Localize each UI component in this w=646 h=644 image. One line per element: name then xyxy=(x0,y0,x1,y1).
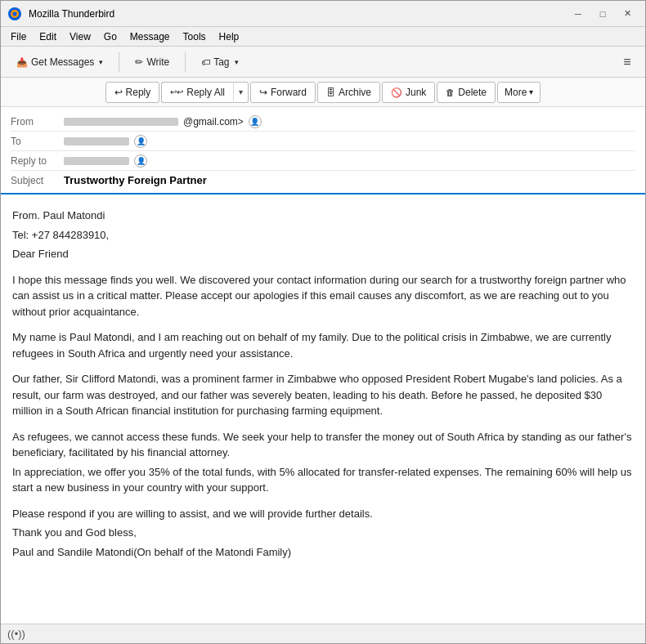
tag-icon xyxy=(201,56,210,68)
menu-tools[interactable]: Tools xyxy=(177,29,213,44)
body-para1: I hope this message finds you well. We d… xyxy=(12,272,634,320)
more-label: More xyxy=(505,87,527,98)
hamburger-button[interactable]: ≡ xyxy=(616,51,639,74)
menu-help[interactable]: Help xyxy=(213,29,246,44)
junk-button[interactable]: Junk xyxy=(382,82,435,103)
more-button[interactable]: More ▾ xyxy=(497,82,541,103)
from-value: @gmail.com> 👤 xyxy=(64,115,635,128)
get-messages-dropdown-icon: ▾ xyxy=(99,58,103,66)
more-dropdown-icon: ▾ xyxy=(529,87,533,96)
body-para5: In appreciation, we offer you 35% of the… xyxy=(12,464,634,496)
from-contact-icon[interactable]: 👤 xyxy=(249,115,262,128)
thunderbird-window: Mozilla Thunderbird ─ □ ✕ File Edit View… xyxy=(0,0,646,644)
forward-icon: ↪ xyxy=(259,87,267,98)
body-line3: Dear Friend xyxy=(12,246,634,262)
email-header: From @gmail.com> 👤 To 👤 Reply to 👤 Subje… xyxy=(1,107,645,195)
delete-label: Delete xyxy=(458,87,487,98)
menu-view[interactable]: View xyxy=(63,29,97,44)
subject-row: Subject Trustworthy Foreign Partner xyxy=(11,171,635,188)
write-icon xyxy=(135,56,143,68)
reply-to-redacted xyxy=(64,157,129,165)
hamburger-icon: ≡ xyxy=(623,55,630,69)
toolbar-separator-2 xyxy=(185,52,186,72)
status-bar: ((•)) xyxy=(1,624,645,643)
maximize-button[interactable]: □ xyxy=(591,5,614,23)
reply-all-group: ↩↩ Reply All ▾ xyxy=(161,82,249,103)
reply-all-button[interactable]: ↩↩ Reply All xyxy=(161,82,233,103)
junk-label: Junk xyxy=(406,87,426,98)
to-name-redacted xyxy=(64,137,129,145)
wifi-icon: ((•)) xyxy=(7,628,25,640)
reply-button[interactable]: ↩ Reply xyxy=(105,82,160,103)
from-name-redacted xyxy=(64,118,178,126)
write-label: Write xyxy=(146,56,169,68)
archive-label: Archive xyxy=(339,87,371,98)
toolbar-separator-1 xyxy=(119,52,119,72)
subject-label: Subject xyxy=(11,175,64,186)
get-messages-icon xyxy=(16,56,28,68)
from-row: From @gmail.com> 👤 xyxy=(11,112,635,132)
body-line1: From. Paul Matondi xyxy=(12,208,634,224)
reply-icon: ↩ xyxy=(114,87,123,98)
reply-label: Reply xyxy=(126,87,151,98)
reply-all-dropdown-icon: ▾ xyxy=(239,87,243,96)
menu-message[interactable]: Message xyxy=(123,29,177,44)
minimize-button[interactable]: ─ xyxy=(567,5,590,23)
svg-point-2 xyxy=(13,11,17,16)
app-icon xyxy=(7,7,22,21)
menu-go[interactable]: Go xyxy=(97,29,123,44)
to-value: 👤 xyxy=(64,135,635,148)
body-respond: Please respond if you are willing to ass… xyxy=(12,506,634,522)
menu-bar: File Edit View Go Message Tools Help xyxy=(1,27,645,47)
body-line2: Tel: +27 844283910, xyxy=(12,227,634,244)
menu-edit[interactable]: Edit xyxy=(33,29,63,44)
tag-button[interactable]: Tag ▾ xyxy=(192,51,247,74)
body-thanks: Thank you and God bless, xyxy=(12,525,634,541)
reply-all-label: Reply All xyxy=(186,87,225,98)
from-label: From xyxy=(11,116,64,127)
body-para4: As refugees, we cannot access these fund… xyxy=(12,429,634,461)
body-para2: My name is Paul Matondi, and I am reachi… xyxy=(12,329,634,361)
forward-label: Forward xyxy=(271,87,307,98)
archive-button[interactable]: Archive xyxy=(317,82,380,103)
delete-button[interactable]: Delete xyxy=(437,82,496,103)
close-button[interactable]: ✕ xyxy=(616,5,639,23)
to-label: To xyxy=(11,136,64,147)
archive-icon xyxy=(326,87,335,98)
reply-to-value: 👤 xyxy=(64,154,635,168)
reply-to-label: Reply to xyxy=(11,155,64,167)
reply-all-icon: ↩↩ xyxy=(170,87,183,96)
email-body: From. Paul Matondi Tel: +27 844283910, D… xyxy=(1,195,645,624)
get-messages-button[interactable]: Get Messages ▾ xyxy=(7,51,112,74)
body-sig: Paul and Sandile Matondi(On behalf of th… xyxy=(12,544,634,561)
action-bar: ↩ Reply ↩↩ Reply All ▾ ↪ Forward Archive xyxy=(1,78,645,107)
window-controls: ─ □ ✕ xyxy=(567,5,639,23)
delete-icon xyxy=(446,87,455,98)
subject-text: Trustworthy Foreign Partner xyxy=(64,174,207,186)
from-email-suffix: @gmail.com> xyxy=(183,116,244,127)
get-messages-label: Get Messages xyxy=(31,56,94,68)
forward-button[interactable]: ↪ Forward xyxy=(250,82,316,103)
junk-icon xyxy=(391,87,402,98)
write-button[interactable]: Write xyxy=(126,51,178,74)
main-toolbar: Get Messages ▾ Write Tag ▾ ≡ xyxy=(1,47,645,78)
tag-label: Tag xyxy=(213,56,229,68)
reply-all-dropdown-button[interactable]: ▾ xyxy=(233,82,249,103)
reply-to-row: Reply to 👤 xyxy=(11,151,635,171)
body-para3: Our father, Sir Clifford Matondi, was a … xyxy=(12,371,634,419)
tag-dropdown-icon: ▾ xyxy=(235,58,239,66)
to-contact-icon[interactable]: 👤 xyxy=(134,135,147,148)
window-title: Mozilla Thunderbird xyxy=(29,8,567,20)
reply-to-contact-icon[interactable]: 👤 xyxy=(134,154,147,168)
to-row: To 👤 xyxy=(11,132,635,151)
title-bar: Mozilla Thunderbird ─ □ ✕ xyxy=(1,1,645,27)
menu-file[interactable]: File xyxy=(4,29,33,44)
